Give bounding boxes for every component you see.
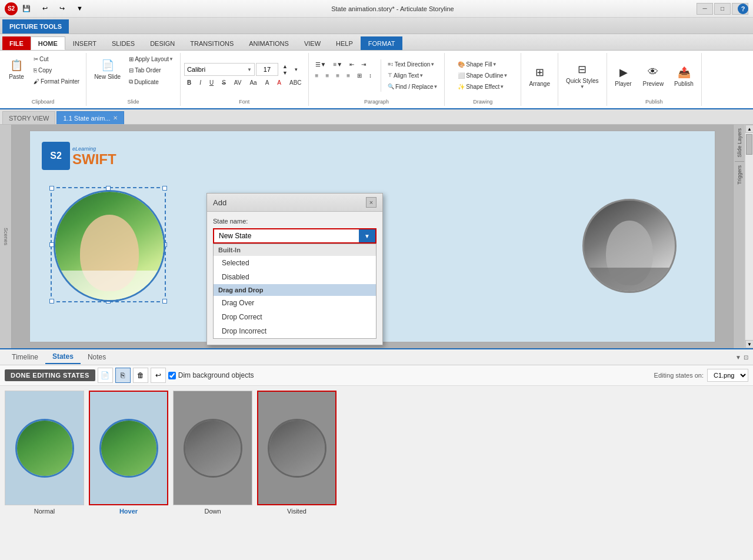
align-text-btn[interactable]: ⊤ Align Text ▼ <box>385 71 441 81</box>
publish-btn[interactable]: 📤 Publish <box>670 61 698 90</box>
state-dropcorrect-item[interactable]: Drop Correct <box>214 310 376 324</box>
scroll-thumb[interactable] <box>746 134 752 155</box>
maximize-btn[interactable]: □ <box>714 3 731 15</box>
tab-view[interactable]: VIEW <box>296 36 328 50</box>
scroll-down-btn[interactable]: ▼ <box>745 340 753 348</box>
state-dragover-item[interactable]: Drag Over <box>214 296 376 310</box>
spellcheck-btn[interactable]: ABC <box>286 78 305 88</box>
editing-file-select[interactable]: C1.png <box>707 369 748 382</box>
story-view-tab[interactable]: STORY VIEW <box>2 111 55 124</box>
shape-effect-btn[interactable]: ✨ Shape Effect ▼ <box>455 82 511 92</box>
indent-increase-btn[interactable]: ⇥ <box>358 59 369 69</box>
font-decrease-btn[interactable]: ▼ <box>279 69 291 76</box>
char-spacing-btn[interactable]: AV <box>231 78 245 88</box>
dialog-close-btn[interactable]: × <box>366 197 376 208</box>
timeline-tab[interactable]: Timeline <box>5 351 45 364</box>
new-slide-btn[interactable]: 📄 New Slide <box>90 54 125 83</box>
minimize-btn[interactable]: ─ <box>697 3 713 15</box>
notes-tab[interactable]: Notes <box>81 351 113 364</box>
shape-fill-btn[interactable]: 🎨 Shape Fill ▼ <box>455 59 511 69</box>
vertical-scrollbar[interactable]: ▲ ▼ <box>745 125 753 348</box>
align-right-btn[interactable]: ≡ <box>333 71 342 81</box>
align-left-btn[interactable]: ≡ <box>312 71 322 81</box>
tab-order-btn[interactable]: ⊟ Tab Order <box>126 65 176 75</box>
cut-btn[interactable]: ✂ Cut <box>31 54 82 64</box>
text-direction-btn[interactable]: ≡↕ Text Direction ▼ <box>385 59 441 69</box>
dim-checkbox[interactable]: Dim background objects <box>168 371 254 379</box>
indent-decrease-btn[interactable]: ⇤ <box>346 59 357 69</box>
strikethrough-btn[interactable]: S <box>219 78 229 88</box>
reset-state-btn[interactable]: ↩ <box>151 368 166 383</box>
slide-tab[interactable]: 1.1 State anim... ✕ <box>56 111 124 124</box>
tab-file[interactable]: FILE <box>2 36 31 50</box>
align-center-btn[interactable]: ≡ <box>322 71 332 81</box>
quick-access[interactable]: ▼ <box>76 5 83 12</box>
scroll-up-btn[interactable]: ▲ <box>745 125 753 133</box>
apply-layout-btn[interactable]: ⊞ Apply Layout ▼ <box>126 54 176 64</box>
state-normal-thumb[interactable] <box>5 391 84 505</box>
panel-collapse-btn[interactable]: ▼ <box>735 354 741 361</box>
quick-save[interactable]: 💾 <box>22 5 31 12</box>
duplicate-state-btn[interactable]: ⎘ <box>115 368 131 383</box>
font-color-btn[interactable]: A <box>274 78 284 88</box>
font-size-btn[interactable]: Aa <box>246 78 259 88</box>
handle-tr[interactable] <box>162 186 167 191</box>
tab-animations[interactable]: ANIMATIONS <box>241 36 296 50</box>
player-btn[interactable]: ▶ Player <box>611 61 637 90</box>
font-shrink-btn[interactable]: ▾ <box>292 63 301 76</box>
state-dropincorrect-item[interactable]: Drop Incorrect <box>214 324 376 338</box>
state-hover-thumb[interactable] <box>89 391 168 505</box>
triggers-label[interactable]: Triggers <box>735 164 744 186</box>
shape-outline-btn[interactable]: ⬜ Shape Outline ▼ <box>455 71 511 81</box>
font-size-selector[interactable]: 17 <box>256 63 278 76</box>
bullets-btn[interactable]: ☰▼ <box>312 59 329 69</box>
state-disabled-item[interactable]: Disabled <box>214 270 376 284</box>
panel-detach-btn[interactable]: ⊡ <box>744 354 748 361</box>
state-visited-thumb[interactable] <box>257 391 336 505</box>
arrange-btn[interactable]: ⊞ Arrange <box>525 61 554 90</box>
italic-btn[interactable]: I <box>196 78 204 88</box>
handle-bl[interactable] <box>49 299 54 304</box>
state-selected-item[interactable]: Selected <box>214 256 376 270</box>
new-state-btn[interactable]: 📄 <box>98 368 113 383</box>
tab-transitions[interactable]: TRANSITIONS <box>182 36 241 50</box>
tab-help[interactable]: HELP <box>328 36 361 50</box>
numbering-btn[interactable]: ≡▼ <box>331 59 346 69</box>
close-slide-tab-btn[interactable]: ✕ <box>113 115 118 121</box>
find-replace-btn[interactable]: 🔍 Find / Replace ▼ <box>385 82 441 92</box>
state-down-thumb[interactable] <box>173 391 252 505</box>
paste-btn[interactable]: 📋 Paste <box>4 54 29 83</box>
states-container: Normal Hover Down <box>0 386 753 560</box>
redo-btn[interactable]: ↪ <box>59 5 65 12</box>
tab-design[interactable]: DESIGN <box>142 36 182 50</box>
tab-slides[interactable]: SLIDES <box>104 36 142 50</box>
tab-format[interactable]: FORMAT <box>361 36 403 50</box>
done-editing-btn[interactable]: DONE EDITING STATES <box>5 369 95 381</box>
bold-btn[interactable]: B <box>184 78 194 88</box>
states-tab[interactable]: States <box>45 350 81 364</box>
slide-layers-label[interactable]: Slide Layers <box>735 127 744 159</box>
underline-btn[interactable]: U <box>206 78 216 88</box>
tab-insert[interactable]: INSERT <box>65 36 104 50</box>
delete-state-btn[interactable]: 🗑 <box>133 368 148 383</box>
dim-checkbox-input[interactable] <box>168 372 176 379</box>
state-name-input[interactable] <box>214 229 359 242</box>
help-btn[interactable]: ? <box>738 4 748 14</box>
col-count-btn[interactable]: ⊞ <box>354 71 365 81</box>
line-spacing-btn[interactable]: ↕ <box>366 71 375 81</box>
duplicate-btn[interactable]: ⧉ Duplicate <box>126 76 176 87</box>
copy-btn[interactable]: ⎘ Copy <box>31 65 82 75</box>
bw-boy-photo[interactable] <box>582 199 677 293</box>
tab-home[interactable]: HOME <box>31 36 65 50</box>
preview-btn[interactable]: 👁 Preview <box>639 61 668 90</box>
girl-photo[interactable] <box>54 190 165 302</box>
clear-format-btn[interactable]: A <box>262 78 272 88</box>
justify-btn[interactable]: ≡ <box>344 71 353 81</box>
format-painter-btn[interactable]: 🖌 Format Painter <box>31 76 82 86</box>
font-increase-btn[interactable]: ▲ <box>279 63 291 69</box>
state-dropdown-btn[interactable]: ▼ <box>359 229 375 242</box>
quick-styles-btn[interactable]: ⊟ Quick Styles ▼ <box>562 58 603 92</box>
undo-btn[interactable]: ↩ <box>42 5 48 12</box>
font-name-selector[interactable]: Calibri ▼ <box>184 63 255 76</box>
handle-tl[interactable] <box>49 186 54 191</box>
